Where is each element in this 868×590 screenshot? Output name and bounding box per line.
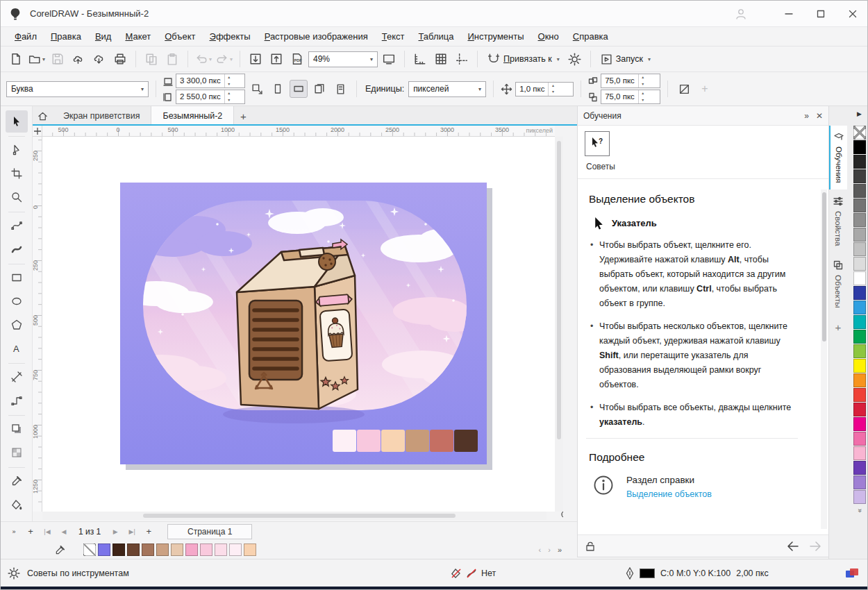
outline-none-icon[interactable] — [466, 568, 477, 579]
scrollbar-thumb[interactable] — [822, 192, 826, 342]
menu-item[interactable]: Окно — [531, 27, 566, 46]
page-tab[interactable]: Страница 1 — [167, 524, 252, 539]
spinner[interactable]: ▴▾ — [548, 83, 557, 96]
tab-welcome-screen[interactable]: Экран приветствия — [52, 106, 151, 126]
menu-item[interactable]: Правка — [44, 27, 88, 46]
document-palette-swatch[interactable] — [200, 543, 212, 556]
portrait-button[interactable] — [269, 80, 287, 98]
show-guidelines-toggle[interactable] — [452, 49, 471, 69]
menu-item[interactable]: Эффекты — [203, 27, 258, 46]
hints-pointer-button[interactable]: ? — [585, 131, 610, 156]
palette-swatch[interactable] — [853, 315, 866, 329]
horizontal-ruler[interactable]: пикселей5000500100015002000250030003500 — [42, 126, 555, 137]
ruler-origin-icon[interactable] — [33, 126, 42, 137]
pdf-button[interactable]: PDF — [287, 49, 307, 69]
document-palette-swatch[interactable] — [171, 543, 183, 556]
document-palette-swatch[interactable] — [244, 543, 256, 556]
document-palette-swatch[interactable] — [127, 543, 140, 556]
next-page-button[interactable]: ▶ — [108, 528, 123, 535]
menu-item[interactable]: Таблица — [412, 27, 461, 46]
spinner[interactable]: ▴▾ — [638, 90, 647, 103]
document-palette-swatch[interactable] — [112, 543, 125, 556]
back-arrow-icon[interactable] — [787, 541, 799, 551]
export-button[interactable] — [267, 49, 286, 69]
spinner[interactable]: ▴▾ — [224, 90, 233, 103]
tab-learning[interactable]: Обучения — [829, 126, 847, 189]
artistic-media-tool[interactable] — [6, 238, 28, 260]
zoom-level-combo[interactable]: 49%▾ — [308, 51, 378, 67]
collapse-docker-icon[interactable]: » — [804, 111, 809, 121]
document-palette-swatch[interactable] — [142, 543, 154, 556]
new-tab-button[interactable]: + — [234, 106, 252, 126]
landscape-button[interactable] — [290, 80, 308, 98]
document-palette-swatch[interactable] — [215, 543, 227, 556]
interactive-fill-tool[interactable] — [6, 494, 28, 516]
menu-item[interactable]: Растровые изображения — [258, 27, 375, 46]
add-docker-button[interactable]: + — [829, 314, 847, 340]
redo-button[interactable]: ▾ — [215, 49, 234, 69]
print-button[interactable] — [110, 49, 130, 69]
artwork-swatch[interactable] — [430, 430, 453, 452]
palette-swatch[interactable] — [853, 461, 866, 475]
current-page-button[interactable] — [331, 80, 349, 98]
palette-swatch[interactable] — [853, 213, 866, 227]
account-icon[interactable] — [727, 1, 755, 26]
spinner[interactable]: ▴▾ — [224, 74, 233, 87]
artwork-image[interactable] — [120, 183, 487, 464]
palette-swatch[interactable] — [853, 271, 866, 285]
menu-item[interactable]: Текст — [375, 27, 412, 46]
transparency-tool[interactable] — [6, 441, 28, 464]
document-palette-swatch[interactable] — [229, 543, 242, 556]
palette-scroll-right-icon[interactable]: › — [548, 546, 551, 554]
fullscreen-preview-button[interactable] — [379, 49, 399, 69]
document-palette-swatch[interactable] — [98, 543, 110, 556]
menu-item[interactable]: Инструменты — [460, 27, 531, 46]
pick-tool[interactable] — [6, 110, 28, 133]
palette-swatch[interactable] — [853, 373, 866, 387]
canvas[interactable] — [42, 137, 555, 512]
drop-shadow-tool[interactable] — [6, 418, 28, 440]
palette-swatch[interactable] — [853, 301, 866, 314]
status-gear-icon[interactable] — [8, 567, 20, 580]
menu-item[interactable]: Файл — [8, 27, 44, 46]
rectangle-tool[interactable] — [6, 267, 28, 289]
cloud-upload-icon[interactable] — [69, 49, 88, 69]
palette-swatch[interactable] — [853, 403, 866, 416]
show-grid-toggle[interactable] — [431, 49, 451, 69]
palette-swatch[interactable] — [853, 446, 866, 460]
palette-eyedropper-icon[interactable] — [55, 545, 65, 555]
palette-swatch[interactable] — [853, 155, 866, 169]
palette-swatch[interactable] — [853, 228, 866, 242]
zoom-tool[interactable] — [6, 186, 28, 208]
dimension-tool[interactable] — [6, 366, 28, 388]
forward-arrow-icon[interactable] — [809, 541, 821, 551]
page-height-field[interactable]: 2 550,0 пкс▴▾ — [176, 90, 245, 104]
toolbox-expander-icon[interactable]: » — [6, 528, 22, 535]
customize-plus-button[interactable]: + — [696, 83, 713, 95]
palette-swatch[interactable] — [853, 257, 866, 271]
help-link[interactable]: Выделение объектов — [626, 489, 712, 499]
launch-button[interactable]: Запуск ▾ — [596, 49, 655, 69]
text-tool[interactable]: A — [6, 337, 28, 360]
menu-item[interactable]: Макет — [118, 27, 158, 46]
palette-swatch[interactable] — [853, 388, 866, 402]
duplicate-x-field[interactable]: 75,0 пкс▴▾ — [601, 74, 660, 88]
palette-scroll-left-icon[interactable]: ‹ — [539, 546, 542, 554]
artwork-swatch[interactable] — [454, 430, 478, 452]
previous-page-button[interactable]: ◀ — [56, 528, 72, 535]
fill-none-icon[interactable] — [451, 568, 462, 579]
scrollbar-thumb[interactable] — [557, 141, 561, 439]
spinner[interactable]: ▴▾ — [638, 74, 647, 87]
resize-page-button[interactable] — [248, 80, 266, 98]
freehand-tool[interactable] — [6, 214, 28, 237]
first-page-button[interactable]: |◀ — [40, 528, 55, 535]
lock-icon[interactable] — [585, 541, 596, 552]
eyedropper-tool[interactable] — [6, 470, 28, 492]
tab-document[interactable]: Безымянный-2 — [151, 106, 234, 126]
tab-properties[interactable]: Свойства — [829, 189, 847, 253]
palette-swatch[interactable] — [853, 242, 866, 256]
add-page-button[interactable]: + — [23, 526, 38, 537]
palette-swatch[interactable] — [853, 417, 866, 431]
palette-swatch[interactable] — [853, 490, 866, 504]
vertical-ruler[interactable]: 250025050075010001250 — [33, 137, 42, 512]
